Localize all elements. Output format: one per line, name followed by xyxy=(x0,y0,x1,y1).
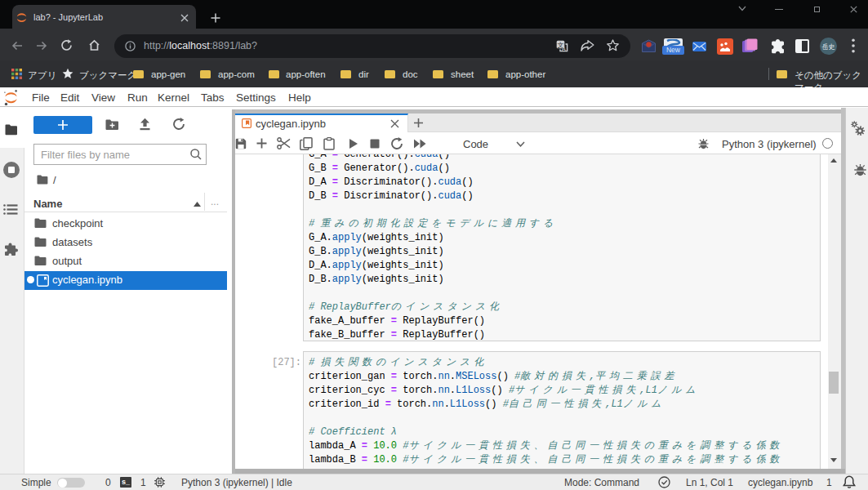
svg-text:A: A xyxy=(562,46,566,51)
